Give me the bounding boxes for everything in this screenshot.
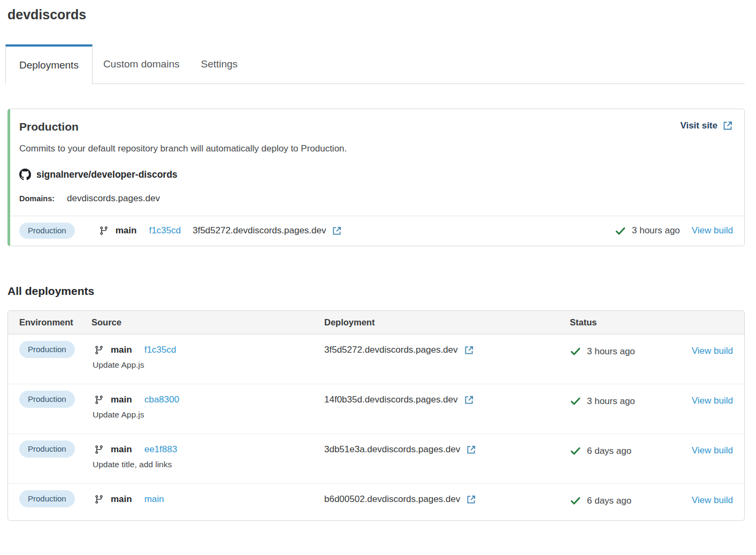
external-link-icon xyxy=(464,345,474,355)
deployments-table: Environment Source Deployment Status Pro… xyxy=(7,310,745,521)
table-row: Production main f1c35cd Update App.js 3f… xyxy=(8,334,744,384)
tab-settings[interactable]: Settings xyxy=(190,44,248,83)
view-build-link[interactable]: View build xyxy=(692,445,733,455)
git-branch-icon xyxy=(94,345,104,355)
commit-link[interactable]: main xyxy=(144,494,164,505)
deployment-url-text: 3f5d5272.devdiscords.pages.dev xyxy=(193,225,326,236)
branch-name: main xyxy=(111,345,132,355)
view-build-link[interactable]: View build xyxy=(692,225,733,236)
git-branch-icon xyxy=(99,226,109,235)
column-header-deployment: Deployment xyxy=(324,317,570,328)
table-row: Production main ee1f883 Update title, ad… xyxy=(8,434,744,483)
column-header-source: Source xyxy=(91,317,324,328)
commit-link[interactable]: f1c35cd xyxy=(149,225,181,236)
deployment-url-text: 14f0b35d.devdiscords.pages.dev xyxy=(324,394,458,405)
environment-badge: Production xyxy=(19,490,75,507)
external-link-icon xyxy=(722,120,733,131)
deployment-url-link[interactable]: 3db51e3a.devdiscords.pages.dev xyxy=(324,444,476,455)
status-time: 3 hours ago xyxy=(587,396,635,407)
status-time: 3 hours ago xyxy=(587,346,635,357)
pages-project-page: devdiscords Deployments Custom domains S… xyxy=(0,0,756,537)
tab-settings-label: Settings xyxy=(201,58,238,70)
production-description: Commits to your default repository branc… xyxy=(19,143,733,154)
deployment-url-text: 3f5d5272.devdiscords.pages.dev xyxy=(324,345,458,355)
external-link-icon xyxy=(466,495,476,505)
production-card: Production Visit site Commits to your de… xyxy=(7,109,745,246)
git-branch-icon xyxy=(94,445,104,454)
production-card-title: Production xyxy=(19,120,79,133)
branch-name: main xyxy=(111,494,132,505)
external-link-icon xyxy=(466,445,476,455)
status-time: 6 days ago xyxy=(587,446,631,457)
column-header-environment: Environment xyxy=(19,317,91,328)
tab-custom-domains-label: Custom domains xyxy=(103,58,180,70)
visit-site-link[interactable]: Visit site xyxy=(680,120,733,131)
deployment-url-link[interactable]: 3f5d5272.devdiscords.pages.dev xyxy=(193,225,342,236)
column-header-status: Status xyxy=(570,317,687,328)
deployment-url-text: b6d00502.devdiscords.pages.dev xyxy=(324,494,460,505)
environment-badge: Production xyxy=(19,341,75,358)
tab-deployments-label: Deployments xyxy=(19,59,79,71)
github-icon xyxy=(19,169,31,180)
github-repo-link[interactable]: signalnerve/developer-discords xyxy=(19,169,733,180)
table-row: Production main main b6d00502.devdiscord… xyxy=(8,483,744,520)
all-deployments-title: All deployments xyxy=(7,285,745,298)
visit-site-label: Visit site xyxy=(680,120,717,131)
branch-name: main xyxy=(111,394,132,405)
environment-badge: Production xyxy=(19,440,75,458)
status-time: 3 hours ago xyxy=(632,225,680,236)
success-check-icon xyxy=(570,495,581,506)
commit-message: Update title, add links xyxy=(91,460,324,469)
github-repo-name: signalnerve/developer-discords xyxy=(36,169,178,180)
view-build-link[interactable]: View build xyxy=(692,396,733,406)
deployments-table-header: Environment Source Deployment Status xyxy=(8,311,744,334)
environment-badge: Production xyxy=(19,223,75,239)
success-check-icon xyxy=(570,396,581,407)
commit-link[interactable]: ee1f883 xyxy=(144,444,177,455)
production-deployment-row: Production main f1c35cd 3f5d5272.devdisc… xyxy=(10,216,744,246)
status-time: 6 days ago xyxy=(587,496,631,506)
commit-link[interactable]: cba8300 xyxy=(144,394,179,405)
external-link-icon xyxy=(464,395,474,405)
success-check-icon xyxy=(570,445,581,457)
view-build-link[interactable]: View build xyxy=(692,346,733,356)
tab-deployments[interactable]: Deployments xyxy=(5,44,93,84)
view-build-link[interactable]: View build xyxy=(692,495,733,505)
git-branch-icon xyxy=(94,395,104,405)
environment-badge: Production xyxy=(19,391,75,408)
success-check-icon xyxy=(615,225,626,237)
deployment-url-link[interactable]: 3f5d5272.devdiscords.pages.dev xyxy=(324,345,474,355)
domains-row: Domains: devdiscords.pages.dev xyxy=(19,193,733,216)
tab-custom-domains[interactable]: Custom domains xyxy=(93,44,190,83)
deployment-url-text: 3db51e3a.devdiscords.pages.dev xyxy=(324,444,460,455)
commit-message: Update App.js xyxy=(91,410,324,420)
commit-link[interactable]: f1c35cd xyxy=(144,345,177,355)
commit-message: Update App.js xyxy=(91,360,324,370)
deployment-url-link[interactable]: 14f0b35d.devdiscords.pages.dev xyxy=(324,394,474,405)
branch-name: main xyxy=(116,225,137,236)
domains-label: Domains: xyxy=(19,194,55,203)
domains-value: devdiscords.pages.dev xyxy=(67,193,160,204)
git-branch-icon xyxy=(94,495,104,504)
table-row: Production main cba8300 Update App.js 14… xyxy=(8,384,744,434)
success-check-icon xyxy=(570,346,581,357)
tab-bar: Deployments Custom domains Settings xyxy=(5,44,745,84)
page-title: devdiscords xyxy=(7,0,745,22)
branch-name: main xyxy=(111,444,132,455)
external-link-icon xyxy=(332,226,342,236)
deployment-url-link[interactable]: b6d00502.devdiscords.pages.dev xyxy=(324,494,476,505)
